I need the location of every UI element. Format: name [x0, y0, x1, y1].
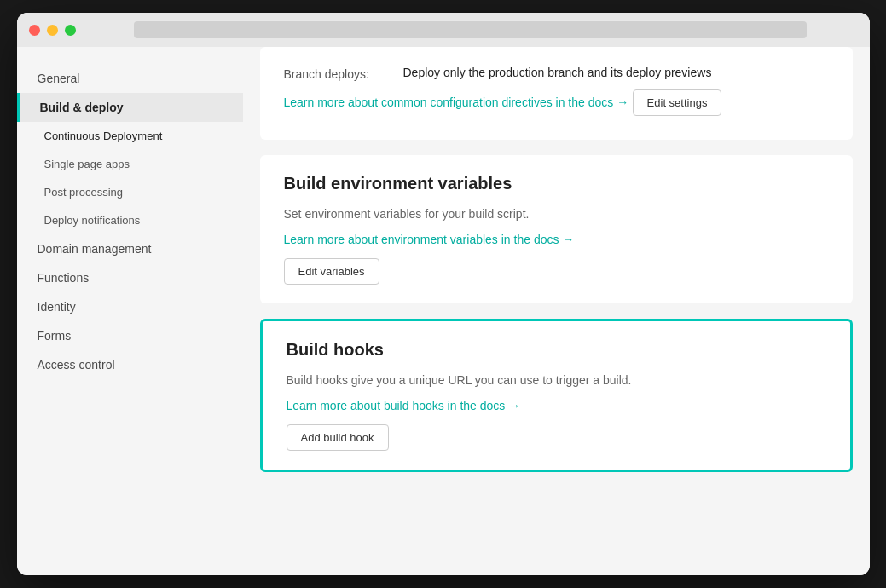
- sidebar-item-general[interactable]: General: [17, 64, 243, 93]
- edit-variables-button[interactable]: Edit variables: [284, 258, 379, 285]
- add-build-hook-button[interactable]: Add build hook: [287, 424, 389, 451]
- sidebar: General Build & deploy Continuous Deploy…: [17, 47, 243, 575]
- build-env-title: Build environment variables: [284, 174, 829, 193]
- titlebar: [17, 13, 870, 47]
- sidebar-item-post-processing[interactable]: Post processing: [17, 178, 243, 206]
- edit-settings-button[interactable]: Edit settings: [633, 89, 722, 116]
- sidebar-item-continuous-deployment[interactable]: Continuous Deployment: [17, 122, 243, 150]
- build-hooks-title: Build hooks: [287, 340, 826, 360]
- build-hooks-link[interactable]: Learn more about build hooks in the docs…: [287, 399, 521, 412]
- minimize-button[interactable]: [47, 25, 58, 36]
- env-vars-link[interactable]: Learn more about environment variables i…: [284, 233, 575, 246]
- common-config-link[interactable]: Learn more about common configuration di…: [284, 95, 629, 109]
- build-env-desc: Set environment variables for your build…: [284, 205, 829, 223]
- close-button[interactable]: [29, 25, 40, 36]
- sidebar-item-single-page-apps[interactable]: Single page apps: [17, 150, 243, 178]
- maximize-button[interactable]: [65, 25, 76, 36]
- branch-deploys-row: Branch deploys: Deploy only the producti…: [284, 66, 829, 81]
- content-area: General Build & deploy Continuous Deploy…: [17, 47, 870, 575]
- sidebar-item-deploy-notifications[interactable]: Deploy notifications: [17, 206, 243, 234]
- branch-deploys-label: Branch deploys:: [284, 66, 403, 81]
- branch-deploys-value: Deploy only the production branch and it…: [403, 66, 712, 79]
- main-content: Branch deploys: Deploy only the producti…: [243, 47, 870, 575]
- sidebar-item-functions[interactable]: Functions: [17, 263, 243, 292]
- sidebar-item-identity[interactable]: Identity: [17, 292, 243, 321]
- sidebar-item-forms[interactable]: Forms: [17, 321, 243, 350]
- address-bar: [134, 21, 807, 38]
- app-window: General Build & deploy Continuous Deploy…: [17, 13, 870, 575]
- build-env-section: Build environment variables Set environm…: [260, 155, 853, 303]
- build-hooks-section: Build hooks Build hooks give you a uniqu…: [260, 319, 853, 472]
- build-hooks-desc: Build hooks give you a unique URL you ca…: [287, 372, 826, 389]
- branch-deploys-section: Branch deploys: Deploy only the producti…: [260, 47, 853, 140]
- sidebar-item-build-deploy[interactable]: Build & deploy: [17, 93, 243, 122]
- sidebar-item-domain-management[interactable]: Domain management: [17, 234, 243, 263]
- sidebar-item-access-control[interactable]: Access control: [17, 350, 243, 379]
